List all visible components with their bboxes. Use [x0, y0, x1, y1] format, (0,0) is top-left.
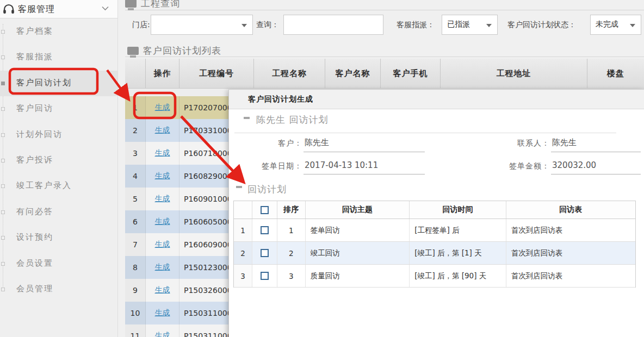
assign-select-value: 已指派: [447, 20, 470, 29]
bullet-icon: [1, 210, 5, 214]
generate-link[interactable]: 生成: [155, 171, 170, 181]
sidebar-item-label: 客户投诉: [16, 155, 53, 165]
sidebar-item-10[interactable]: 会员设置: [0, 251, 117, 277]
generate-link[interactable]: 生成: [155, 308, 170, 318]
bullet-icon: [1, 55, 5, 59]
sign-date-field-value[interactable]: 2017-04-13 10:11: [304, 160, 425, 174]
sidebar-item-4[interactable]: 客户回访: [0, 96, 117, 122]
chevron-down-icon: [102, 6, 109, 11]
query-section-divider: [125, 10, 644, 10]
dropdown-arrow-icon: [630, 24, 635, 27]
row-checkbox[interactable]: [261, 249, 269, 257]
query-section-header: 工程查询: [125, 0, 180, 10]
generate-link[interactable]: 生成: [155, 331, 170, 337]
sign-amount-field-value[interactable]: 320032.00: [551, 160, 641, 174]
column-header[interactable]: 操作: [146, 59, 179, 88]
store-select[interactable]: [151, 15, 253, 35]
action-cell: 生成: [146, 279, 179, 302]
action-cell: 生成: [146, 188, 179, 210]
action-cell: 生成: [146, 142, 179, 165]
action-cell: 生成: [146, 302, 179, 324]
generate-link[interactable]: 生成: [155, 217, 170, 227]
sidebar-item-3[interactable]: 客户回访计划: [0, 71, 117, 96]
inner-checkbox-cell: [252, 265, 277, 287]
bullet-icon: [1, 82, 5, 85]
customer-field-label: 客户：: [234, 139, 302, 148]
sidebar-item-5[interactable]: 计划外回访: [0, 122, 117, 148]
sidebar-header-label: 客服管理: [18, 4, 55, 15]
column-header[interactable]: 客户名称: [325, 59, 381, 88]
visit-plan-row[interactable]: 11签单回访[工程签单] 后首次到店回访表: [234, 219, 635, 242]
bullet-icon: [1, 30, 5, 34]
dropdown-arrow-icon: [486, 24, 492, 27]
order-cell: 1: [277, 219, 306, 241]
generate-link[interactable]: 生成: [155, 148, 170, 158]
customer-field-value[interactable]: 陈先生: [304, 138, 425, 152]
status-select[interactable]: 未完成: [590, 15, 641, 35]
sign-amount-field-label: 签单金额：: [476, 161, 550, 171]
customer-section-title: 陈先生 回访计划: [256, 114, 328, 126]
contact-field-value[interactable]: 陈先生: [551, 138, 641, 152]
sidebar-item-9[interactable]: 设计预约: [0, 225, 117, 251]
sidebar-item-label: 客户回访计划: [16, 78, 72, 88]
status-label: 客户回访计划状态：: [507, 15, 576, 35]
row-number-cell: 5: [125, 188, 146, 210]
row-checkbox[interactable]: [261, 272, 269, 280]
row-number-cell: 10: [125, 302, 146, 324]
inner-row-number-cell: 3: [234, 265, 252, 287]
sidebar-item-8[interactable]: 有问必答: [0, 199, 117, 225]
select-all-checkbox[interactable]: [261, 206, 269, 214]
row-number-cell: 4: [125, 165, 146, 188]
generate-link[interactable]: 生成: [155, 103, 170, 113]
column-header[interactable]: 工程名称: [254, 59, 325, 88]
sidebar-item-1[interactable]: 客户档案: [0, 19, 117, 45]
column-header[interactable]: 楼盘: [587, 59, 644, 88]
topic-cell: 质量回访: [306, 265, 410, 287]
column-header[interactable]: 工程编号: [179, 59, 254, 88]
form-cell: 首次到店回访表: [506, 242, 635, 264]
app-root: { "sidebar": { "header_label": "客服管理", "…: [0, 0, 644, 337]
action-cell: 生成: [146, 96, 179, 119]
sidebar-item-6[interactable]: 客户投诉: [0, 148, 117, 173]
sidebar-header[interactable]: 客服管理: [0, 0, 117, 18]
generate-link[interactable]: 生成: [155, 126, 170, 135]
list-section-title: 客户回访计划列表: [143, 45, 221, 57]
action-cell: 生成: [146, 210, 179, 233]
column-header[interactable]: 客户手机: [381, 59, 441, 88]
sidebar-item-2[interactable]: 客服指派: [0, 45, 117, 70]
row-checkbox[interactable]: [261, 226, 269, 234]
sidebar-item-label: 会员设置: [16, 258, 53, 269]
order-cell: 3: [277, 265, 306, 287]
plan-generate-dialog: 客户回访计划生成 陈先生 回访计划 客户： 陈先生 联系人： 陈先生 签单日期：…: [228, 89, 644, 337]
generate-link[interactable]: 生成: [155, 240, 170, 249]
list-section-header: 客户回访计划列表: [127, 45, 221, 57]
column-header-rownum: [125, 59, 146, 88]
generate-link[interactable]: 生成: [155, 194, 170, 204]
status-select-value: 未完成: [596, 20, 618, 29]
row-number-cell: 3: [125, 142, 146, 165]
sidebar-item-11[interactable]: 会员管理: [0, 277, 117, 302]
row-number-cell: 8: [125, 256, 146, 279]
generate-link[interactable]: 生成: [155, 285, 170, 295]
sidebar-item-7[interactable]: 竣工客户录入: [0, 173, 117, 199]
inner-checkbox-cell: [252, 219, 277, 241]
search-label: 查询：: [256, 15, 279, 35]
visit-plan-row[interactable]: 33质量回访[竣工] 后，第 [90] 天首次到店回访表: [234, 265, 635, 288]
sidebar-item-label: 会员管理: [16, 284, 53, 294]
search-input[interactable]: [283, 15, 383, 35]
plan-table-header: 操作工程编号工程名称客户名称客户手机工程地址楼盘: [125, 59, 644, 89]
row-number-cell: 11: [125, 324, 146, 337]
query-section-title: 工程查询: [141, 0, 180, 10]
visit-plan-row[interactable]: 22竣工回访[竣工] 后，第 [1] 天首次到店回访表: [234, 242, 635, 265]
column-header[interactable]: 工程地址: [441, 59, 587, 88]
assign-label: 客服指派：: [397, 15, 435, 35]
inner-row-number-cell: 2: [234, 242, 252, 264]
row-number-cell: 9: [125, 279, 146, 302]
assign-select[interactable]: 已指派: [442, 15, 498, 35]
bullet-icon: [1, 107, 5, 111]
generate-link[interactable]: 生成: [155, 263, 170, 272]
row-number-cell: 7: [125, 233, 146, 256]
sidebar-item-label: 设计预约: [16, 232, 53, 242]
dropdown-arrow-icon: [242, 24, 247, 27]
action-cell: 生成: [146, 233, 179, 256]
